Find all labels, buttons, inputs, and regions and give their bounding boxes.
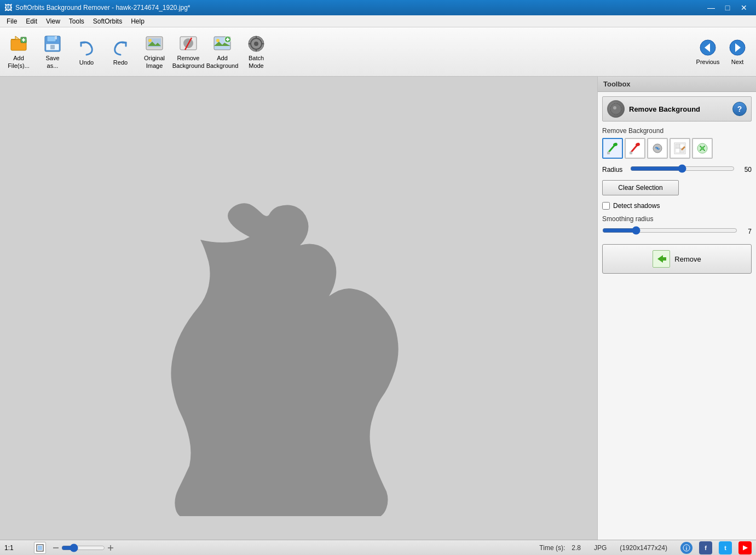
- title-bar-controls: ― □ ✕: [703, 2, 752, 13]
- svg-rect-7: [55, 36, 57, 39]
- svg-line-41: [631, 145, 637, 153]
- magic-wand-icon: [651, 142, 664, 155]
- maximize-button[interactable]: □: [720, 2, 735, 13]
- keep-brush-icon: [606, 142, 619, 155]
- original-image-icon: [145, 34, 164, 54]
- menu-tools[interactable]: Tools: [65, 16, 89, 26]
- redo-icon: [111, 38, 130, 58]
- add-background-button[interactable]: Add Background: [206, 30, 239, 74]
- brush-tools: [602, 138, 752, 159]
- magic-wand-button[interactable]: [647, 138, 668, 159]
- batch-mode-label: Batch Mode: [249, 55, 264, 69]
- toolbox-content: Remove Background ? Remove Background: [598, 92, 756, 278]
- facebook-icon[interactable]: f: [699, 541, 712, 554]
- radius-slider[interactable]: [630, 164, 735, 173]
- save-as-button[interactable]: Save as...: [36, 30, 69, 74]
- eraser-remove-button[interactable]: [692, 138, 713, 159]
- menu-edit[interactable]: Edit: [21, 16, 42, 26]
- minimize-button[interactable]: ―: [703, 2, 719, 13]
- time-value: 2.8: [572, 544, 581, 552]
- menu-softorbits[interactable]: SoftOrbits: [89, 16, 126, 26]
- dimensions-label: (1920x1477x24): [620, 544, 667, 552]
- detect-shadows-label[interactable]: Detect shadows: [613, 202, 660, 210]
- app-icon: 🖼: [4, 3, 12, 12]
- add-files-label: Add File(s)...: [8, 55, 30, 69]
- status-bar: 1:1 Time (s): 2.8 JPG (1920x1477x24) i f…: [0, 540, 756, 555]
- menu-file[interactable]: File: [2, 16, 21, 26]
- close-button[interactable]: ✕: [736, 2, 752, 13]
- redo-button[interactable]: Redo: [104, 30, 137, 74]
- toolbox-panel: Toolbox Remove Background ? Re: [597, 77, 756, 540]
- batch-mode-icon: [246, 34, 266, 54]
- menu-help[interactable]: Help: [126, 16, 149, 26]
- info-icon: i: [680, 542, 692, 554]
- zoom-fit-button[interactable]: [34, 542, 46, 554]
- smoothing-row: 7: [602, 226, 752, 236]
- svg-point-37: [613, 106, 616, 109]
- previous-label: Previous: [696, 59, 720, 65]
- add-files-button[interactable]: Add File(s)...: [2, 30, 35, 74]
- remove-background-tool-icon: [607, 100, 625, 118]
- remove-background-label: Remove Background: [172, 55, 205, 69]
- twitter-icon[interactable]: t: [719, 541, 732, 554]
- smoothing-slider-wrap: [602, 226, 737, 236]
- svg-line-38: [608, 145, 615, 153]
- radius-row: Radius 50: [602, 164, 752, 175]
- add-files-icon: [9, 34, 28, 54]
- title-bar-left: 🖼 SoftOrbits Background Remover - hawk-2…: [4, 3, 191, 12]
- youtube-icon[interactable]: ▶: [738, 541, 752, 554]
- undo-button[interactable]: Undo: [70, 30, 103, 74]
- previous-icon: [699, 39, 717, 56]
- canvas-area[interactable]: [0, 77, 597, 540]
- undo-label: Undo: [79, 59, 94, 66]
- remove-button[interactable]: Remove: [602, 244, 752, 274]
- svg-point-12: [148, 39, 152, 42]
- zoom-slider-wrap: [53, 544, 114, 552]
- remove-background-icon: [178, 34, 198, 54]
- svg-marker-1: [11, 36, 20, 39]
- eraser-keep-icon: [673, 142, 686, 155]
- next-label: Next: [731, 59, 744, 65]
- bird-silhouette: [36, 100, 562, 516]
- title-bar: 🖼 SoftOrbits Background Remover - hawk-2…: [0, 0, 756, 15]
- svg-rect-49: [676, 148, 680, 153]
- smoothing-slider[interactable]: [602, 226, 737, 235]
- remove-brush-button[interactable]: [625, 138, 645, 159]
- eraser-keep-button[interactable]: [670, 138, 690, 159]
- svg-rect-55: [38, 546, 42, 550]
- remove-brush-icon: [628, 142, 642, 155]
- smoothing-radius-label: Smoothing radius: [602, 215, 653, 223]
- smoothing-value: 7: [741, 228, 752, 235]
- add-background-label: Add Background: [206, 55, 239, 69]
- time-label: Time (s):: [539, 544, 565, 552]
- svg-point-25: [254, 42, 258, 46]
- tool-header: Remove Background ?: [602, 96, 752, 122]
- svg-point-52: [701, 147, 704, 150]
- tool-header-left: Remove Background: [607, 100, 700, 118]
- clear-selection-button[interactable]: Clear Selection: [602, 180, 679, 195]
- detect-shadows-checkbox[interactable]: [602, 202, 610, 210]
- zoom-fit-icon: [36, 544, 44, 552]
- next-button[interactable]: Next: [723, 30, 752, 74]
- original-image-label: Original Image: [144, 55, 165, 69]
- svg-rect-6: [47, 36, 56, 42]
- menu-bar: File Edit View Tools SoftOrbits Help: [0, 15, 756, 27]
- remove-background-section-label: Remove Background: [602, 127, 752, 135]
- redo-label: Redo: [113, 59, 128, 66]
- undo-icon: [77, 38, 96, 58]
- svg-point-45: [656, 147, 659, 149]
- svg-rect-9: [50, 45, 55, 49]
- zoom-slider[interactable]: [61, 544, 105, 552]
- help-button[interactable]: ?: [732, 102, 747, 116]
- previous-button[interactable]: Previous: [694, 30, 722, 74]
- keep-brush-button[interactable]: [602, 138, 623, 159]
- svg-rect-43: [630, 152, 632, 154]
- remove-btn-label: Remove: [674, 255, 701, 263]
- menu-view[interactable]: View: [42, 16, 65, 26]
- original-image-button[interactable]: Original Image: [138, 30, 171, 74]
- radius-slider-wrap: [630, 164, 735, 175]
- remove-background-button[interactable]: Remove Background: [172, 30, 205, 74]
- batch-mode-button[interactable]: Batch Mode: [240, 30, 273, 74]
- main-layout: Toolbox Remove Background ? Re: [0, 77, 756, 540]
- eraser-remove-icon: [696, 142, 709, 155]
